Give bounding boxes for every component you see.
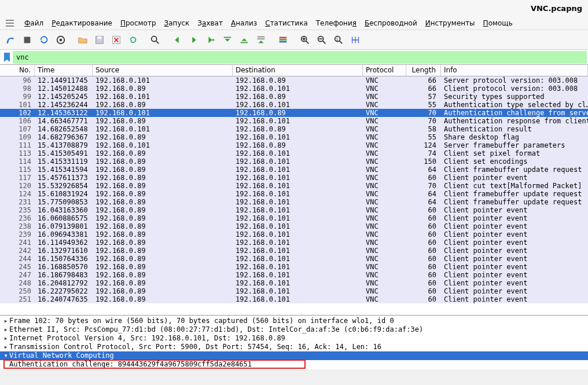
detail-tree-row[interactable]: ▸Internet Protocol Version 4, Src: 192.1…: [0, 334, 588, 343]
column-header-no[interactable]: No.: [0, 65, 35, 76]
packet-row[interactable]: 25116.240747635192.168.0.89192.168.0.101…: [0, 295, 588, 303]
colorize-icon[interactable]: [275, 32, 291, 48]
menu-tools[interactable]: Инструменты: [422, 18, 479, 28]
detail-tree-row[interactable]: ▸Frame 102: 70 bytes on wire (560 bits),…: [0, 317, 588, 325]
menu-wireless[interactable]: Беспроводной: [361, 18, 421, 28]
main-toolbar: 1: [0, 30, 588, 50]
packet-row[interactable]: 24416.150764336192.168.0.89192.168.0.101…: [0, 255, 588, 263]
go-last-icon[interactable]: [236, 32, 252, 48]
expand-caret-icon[interactable]: ▸: [2, 334, 9, 343]
svg-rect-13: [280, 39, 287, 41]
display-filter-bar: [0, 50, 588, 65]
go-first-icon[interactable]: [219, 32, 236, 48]
packet-row[interactable]: 23516.043163360192.168.0.89192.168.0.101…: [0, 206, 588, 214]
packet-row[interactable]: 11415.415331119192.168.0.89192.168.0.101…: [0, 157, 588, 166]
column-header-protocol[interactable]: Protocol: [363, 65, 406, 76]
packet-row[interactable]: 25016.222795022192.168.0.89192.168.0.101…: [0, 287, 588, 295]
svg-text:1: 1: [336, 36, 339, 41]
menu-telephony[interactable]: Телефония: [313, 18, 360, 28]
svg-rect-8: [224, 36, 231, 38]
detail-tree-row[interactable]: ▸Ethernet II, Src: PcsCompu_77:d1:bd (08…: [0, 325, 588, 334]
column-header-source[interactable]: Source: [93, 65, 233, 76]
expand-caret-icon[interactable]: ▸: [2, 317, 9, 325]
packet-row[interactable]: 11115.413708879192.168.0.101192.168.0.89…: [0, 141, 588, 149]
menu-help[interactable]: Помощь: [480, 18, 516, 28]
window-titlebar: VNC.pcapng: [0, 0, 588, 16]
svg-point-6: [152, 36, 157, 41]
close-file-icon[interactable]: [108, 32, 124, 48]
svg-rect-0: [24, 36, 31, 43]
auto-scroll-icon[interactable]: [253, 32, 269, 48]
column-header-info[interactable]: Info: [441, 65, 588, 76]
go-to-packet-icon[interactable]: [203, 32, 219, 48]
packet-row[interactable]: 24116.114949362192.168.0.89192.168.0.101…: [0, 239, 588, 247]
expand-caret-icon[interactable]: ▸: [2, 343, 9, 351]
svg-rect-9: [241, 42, 248, 43]
packet-row[interactable]: 23916.096943381192.168.0.89192.168.0.101…: [0, 230, 588, 239]
packet-row[interactable]: 10112.145236244192.168.0.89192.168.0.101…: [0, 101, 588, 109]
packet-row[interactable]: 24516.168850570192.168.0.89192.168.0.101…: [0, 263, 588, 271]
hamburger-icon[interactable]: [3, 17, 16, 30]
detail-tree-row[interactable]: ▸Transmission Control Protocol, Src Port…: [0, 343, 588, 351]
menu-capture[interactable]: Захват: [194, 18, 226, 28]
packet-row[interactable]: 12015.532926854192.168.0.89192.168.0.101…: [0, 182, 588, 190]
detail-tree-row[interactable]: Authentication challenge: 894443629f4a96…: [0, 360, 588, 369]
packet-row[interactable]: 11315.415305491192.168.0.89192.168.0.101…: [0, 149, 588, 157]
packet-row[interactable]: 9912.145205245192.168.0.101192.168.0.89V…: [0, 93, 588, 101]
packet-row[interactable]: 9612.144911745192.168.0.101192.168.0.89V…: [0, 76, 588, 85]
packet-row[interactable]: 24716.186798483192.168.0.89192.168.0.101…: [0, 271, 588, 279]
menu-edit[interactable]: Редактирование: [48, 18, 116, 28]
expand-caret-icon[interactable]: ▾: [2, 351, 9, 360]
menu-go[interactable]: Запуск: [161, 18, 193, 28]
reload-icon[interactable]: [125, 32, 141, 48]
packet-row[interactable]: 10212.145363122192.168.0.101192.168.0.89…: [0, 109, 588, 117]
zoom-in-icon[interactable]: [297, 32, 313, 48]
go-back-icon[interactable]: [169, 32, 185, 48]
column-header-destination[interactable]: Destination: [233, 65, 363, 76]
packet-row[interactable]: 11515.415341594192.168.0.89192.168.0.101…: [0, 166, 588, 174]
packet-list-pane[interactable]: No. Time Source Destination Protocol Len…: [0, 65, 588, 315]
packet-row[interactable]: 23115.775090853192.168.0.89192.168.0.101…: [0, 198, 588, 206]
svg-point-7: [212, 39, 215, 41]
packet-row[interactable]: 10914.682796367192.168.0.89192.168.0.101…: [0, 133, 588, 141]
find-icon[interactable]: [147, 32, 163, 48]
start-capture-icon[interactable]: [2, 32, 19, 48]
column-header-length[interactable]: Length: [406, 65, 441, 76]
menu-statistics[interactable]: Статистика: [262, 18, 311, 28]
menu-file[interactable]: Файл: [21, 18, 47, 28]
go-forward-icon[interactable]: [186, 32, 202, 48]
packet-row[interactable]: 24816.204812792192.168.0.89192.168.0.101…: [0, 279, 588, 287]
packet-row[interactable]: 12415.610831924192.168.0.89192.168.0.101…: [0, 190, 588, 198]
capture-options-icon[interactable]: [53, 32, 69, 48]
save-file-icon[interactable]: [91, 32, 108, 48]
packet-details-pane[interactable]: ▸Frame 102: 70 bytes on wire (560 bits),…: [0, 315, 588, 369]
packet-row[interactable]: 10614.663467771192.168.0.89192.168.0.101…: [0, 117, 588, 125]
zoom-reset-icon[interactable]: 1: [330, 32, 347, 48]
packet-row[interactable]: 23616.060886575192.168.0.89192.168.0.101…: [0, 214, 588, 222]
packet-row[interactable]: 23816.079139801192.168.0.89192.168.0.101…: [0, 222, 588, 230]
menu-analyze[interactable]: Анализ: [227, 18, 260, 28]
svg-point-2: [60, 38, 63, 41]
svg-rect-4: [97, 36, 101, 38]
svg-rect-11: [258, 38, 265, 39]
packet-list-header[interactable]: No. Time Source Destination Protocol Len…: [0, 65, 588, 76]
detail-tree-row[interactable]: ▾Virtual Network Computing: [0, 351, 588, 360]
svg-rect-10: [258, 36, 265, 37]
zoom-out-icon[interactable]: [314, 32, 330, 48]
stop-capture-icon[interactable]: [19, 32, 35, 48]
packet-row[interactable]: 11715.457611373192.168.0.89192.168.0.101…: [0, 174, 588, 182]
menu-bar: Файл Редактирование Просмотр Запуск Захв…: [0, 16, 588, 30]
packet-row[interactable]: 24216.132971610192.168.0.89192.168.0.101…: [0, 247, 588, 255]
bookmark-icon[interactable]: [1, 52, 13, 63]
svg-rect-14: [280, 41, 287, 42]
expand-caret-icon[interactable]: ▸: [2, 325, 9, 334]
packet-row[interactable]: 9812.145012488192.168.0.89192.168.0.101V…: [0, 85, 588, 93]
packet-row[interactable]: 10714.682652548192.168.0.101192.168.0.89…: [0, 125, 588, 133]
open-file-icon[interactable]: [75, 32, 91, 48]
display-filter-input[interactable]: [13, 51, 587, 64]
menu-view[interactable]: Просмотр: [117, 18, 160, 28]
restart-capture-icon[interactable]: [36, 32, 52, 48]
resize-columns-icon[interactable]: [347, 32, 363, 48]
column-header-time[interactable]: Time: [35, 65, 93, 76]
window-title: VNC.pcapng: [531, 4, 582, 13]
